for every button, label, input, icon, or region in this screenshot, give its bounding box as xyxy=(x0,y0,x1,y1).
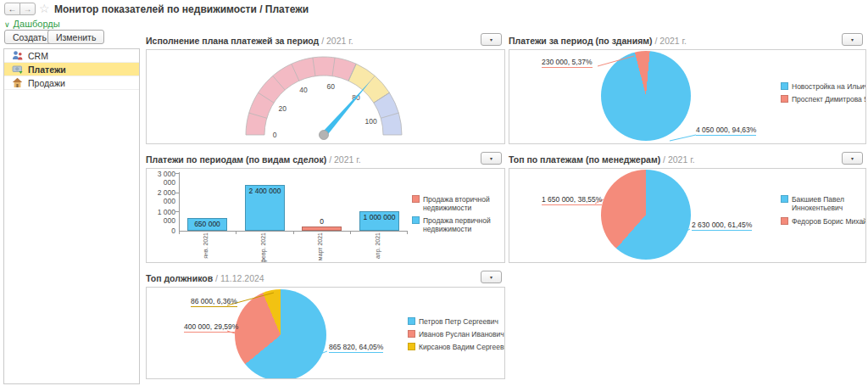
legend-swatch xyxy=(412,216,420,224)
panel-top-debtors: Топ должников / 11.12.2024 ▾ 86 000, 6,3… xyxy=(146,270,505,379)
panel-header: Платежи по периодам (по видам сделок) / … xyxy=(146,151,505,168)
legend-item: Проспект Димитрова 5/1 xyxy=(781,95,866,103)
back-button[interactable]: ← xyxy=(4,3,20,15)
forward-arrow-icon: → xyxy=(24,4,32,14)
gauge-drawing: 020406080100 xyxy=(147,50,505,144)
pie-chart-debtors: 86 000, 6,36% 400 000, 29,59% 865 820, 6… xyxy=(146,287,505,379)
panel-title: Платежи по периодам (по видам сделок) xyxy=(146,154,326,165)
legend-item: Кирсанов Вадим Сергеевич xyxy=(408,343,505,351)
legend-item: Новостройка на Ильича xyxy=(781,82,866,91)
legend-item: Иванов Руслан Иванович xyxy=(408,330,505,338)
y-axis-tick: 0 xyxy=(147,227,175,235)
legend-swatch xyxy=(408,343,415,350)
slice-value-label: 4 050 000, 94,63% xyxy=(696,126,756,136)
panel-top-payments-by-manager: Топ по платежам (по менеджерам) / 2021 г… xyxy=(509,151,866,263)
legend-swatch xyxy=(408,330,415,338)
legend-label: Федоров Борис Михайлович xyxy=(792,217,866,226)
legend-label: Иванов Руслан Иванович xyxy=(419,330,504,338)
pie-circle[interactable] xyxy=(601,170,691,260)
slice-value-label: 400 000, 29,59% xyxy=(184,322,238,333)
legend-item: Бакшиев Павел Иннокентьевич xyxy=(781,195,866,212)
pie-circle[interactable] xyxy=(601,51,691,141)
gauge-chart[interactable]: 020406080100 xyxy=(146,49,505,144)
legend-swatch xyxy=(408,317,415,325)
legend-swatch xyxy=(781,95,788,103)
svg-text:20: 20 xyxy=(278,104,287,113)
edit-button[interactable]: Изменить xyxy=(47,30,104,44)
x-tick-mark xyxy=(236,232,236,234)
sidebar-item-label: Продажи xyxy=(28,78,65,88)
y-axis-tick: 1 000 000 xyxy=(147,208,175,225)
legend-label: Кирсанов Вадим Сергеевич xyxy=(419,343,505,351)
panel-payments-by-period: Платежи по периодам (по видам сделок) / … xyxy=(146,151,505,263)
menu-triangle-icon: ▾ xyxy=(490,275,492,280)
bar-value-label: 0 xyxy=(302,217,342,226)
bar-chart: 3 000 000 2 000 000 1 000 000 0 650 000 … xyxy=(146,168,505,263)
bar-mar[interactable] xyxy=(302,227,342,231)
slice-value-label: 230 000, 5,37% xyxy=(542,58,593,68)
slice-value-label: 865 820, 64,05% xyxy=(329,343,383,353)
legend: Новостройка на Ильича Проспект Димитрова… xyxy=(781,82,866,108)
panel-menu-button[interactable]: ▾ xyxy=(842,152,863,165)
pie-chart-buildings: 230 000, 5,37% 4 050 000, 94,63% Новостр… xyxy=(509,49,866,144)
panel-title-period: / 11.12.2024 xyxy=(213,273,264,283)
legend-label: Продажа первичной недвижимости xyxy=(423,216,501,233)
sidebar-item-sales[interactable]: Продажи xyxy=(4,76,139,90)
svg-text:0: 0 xyxy=(273,131,277,139)
y-axis-line xyxy=(179,172,180,232)
legend-label: Продажа вторичной недвижимости xyxy=(423,195,501,212)
menu-triangle-icon: ▾ xyxy=(490,37,492,42)
legend-item: Продажа первичной недвижимости xyxy=(412,216,501,233)
menu-triangle-icon: ▾ xyxy=(851,156,854,161)
legend-swatch xyxy=(781,217,788,225)
dashboards-group-header[interactable]: ∨Дашборды xyxy=(4,19,60,29)
svg-text:100: 100 xyxy=(365,117,377,126)
legend-item: Продажа вторичной недвижимости xyxy=(412,195,501,212)
menu-triangle-icon: ▾ xyxy=(851,37,854,42)
panel-header: Платежи за период (по зданиям) / 2021 г.… xyxy=(509,32,866,49)
svg-text:60: 60 xyxy=(327,82,336,91)
panel-title: Платежи за период (по зданиям) xyxy=(509,36,653,46)
panel-menu-button[interactable]: ▾ xyxy=(481,152,502,165)
payments-icon xyxy=(12,64,23,75)
y-axis-tick: 2 000 000 xyxy=(147,188,175,205)
panel-menu-button[interactable]: ▾ xyxy=(481,271,502,283)
sidebar-item-label: CRM xyxy=(28,51,48,61)
panel-title: Топ должников xyxy=(146,273,213,283)
x-category-label: янв. 2021 xyxy=(203,232,209,263)
legend-swatch xyxy=(412,195,420,203)
forward-button[interactable]: → xyxy=(19,3,36,15)
slice-value-label: 86 000, 6,36% xyxy=(191,297,237,307)
panel-title-period: / 2021 г. xyxy=(326,154,361,165)
y-axis-tick: 3 000 000 xyxy=(147,170,175,187)
panel-header: Топ должников / 11.12.2024 ▾ xyxy=(146,270,505,287)
panel-title-period: / 2021 г. xyxy=(653,36,687,46)
legend-swatch xyxy=(781,82,788,90)
favorite-star-icon[interactable]: ☆ xyxy=(39,2,50,15)
sidebar-item-payments[interactable]: Платежи xyxy=(4,63,139,76)
panel-title-period: / 2021 г. xyxy=(660,154,695,165)
panel-title: Топ по платежам (по менеджерам) xyxy=(509,154,660,165)
panel-menu-button[interactable]: ▾ xyxy=(481,33,502,46)
bar-value-label: 1 000 000 xyxy=(359,213,399,221)
chevron-down-icon: ∨ xyxy=(4,20,10,29)
legend-label: Петров Петр Сергеевич xyxy=(419,317,498,326)
legend-label: Новостройка на Ильича xyxy=(792,82,866,91)
x-tick-mark xyxy=(350,232,351,234)
x-category-label: апр. 2021 xyxy=(375,232,381,263)
legend-label: Проспект Димитрова 5/1 xyxy=(792,95,866,103)
legend: Продажа вторичной недвижимости Продажа п… xyxy=(412,195,501,238)
legend-label: Бакшиев Павел Иннокентьевич xyxy=(792,195,851,212)
legend-item: Федоров Борис Михайлович xyxy=(781,217,866,226)
panel-plan-execution: Исполнение плана платежей за период / 20… xyxy=(146,32,505,144)
x-tick-mark xyxy=(293,232,294,234)
dashboard-window: ← → ☆ Монитор показателей по недвижимост… xyxy=(0,0,868,386)
pie-circle[interactable] xyxy=(235,289,326,379)
panel-menu-button[interactable]: ▾ xyxy=(842,33,863,46)
sales-house-icon xyxy=(12,77,23,88)
sidebar-item-crm[interactable]: CRM xyxy=(4,49,139,63)
legend-item: Петров Петр Сергеевич xyxy=(408,317,505,326)
slice-value-label: 2 630 000, 61,45% xyxy=(692,221,752,231)
sidebar-item-label: Платежи xyxy=(28,64,66,75)
panel-payments-by-building: Платежи за период (по зданиям) / 2021 г.… xyxy=(509,32,866,144)
